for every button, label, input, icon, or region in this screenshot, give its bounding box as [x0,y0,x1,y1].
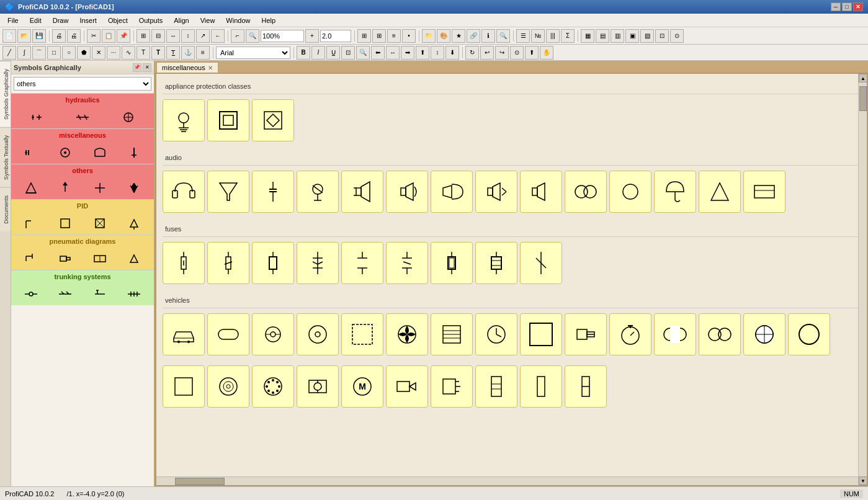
menu-object[interactable]: Object [103,16,133,25]
sym-fan-v[interactable] [386,313,428,355]
sym-circle-big-v[interactable] [297,313,339,355]
category-dropdown[interactable]: others [14,77,151,91]
tb-icon3[interactable]: ↔ [166,29,180,43]
sym-umbrella[interactable] [654,171,696,213]
trunking-sym1[interactable] [22,285,40,303]
sym-mic-cross[interactable] [297,171,339,213]
cut-button[interactable]: ✂ [87,29,101,43]
draw-cross[interactable]: ✕ [92,46,105,60]
tb-nodes[interactable]: • [402,29,416,43]
tb-row1[interactable]: ▦ [581,29,594,43]
draw-text[interactable]: T [136,46,150,60]
tb-star[interactable]: ★ [452,29,465,43]
others-sym3[interactable] [91,179,109,197]
hydraulics-sym3[interactable] [120,109,137,126]
sym-square-class[interactable] [207,99,249,141]
sym-clock-v[interactable] [475,313,517,355]
draw-arc[interactable]: ⌒ [32,46,46,60]
menu-insert[interactable]: Insert [74,16,102,25]
draw-align-t[interactable]: ⬆ [416,46,429,60]
sym-fuse3[interactable] [252,242,294,284]
sym-fuse8[interactable] [475,242,517,284]
paste-button[interactable]: 📌 [117,29,130,43]
pid-sym3[interactable] [91,215,109,232]
sym-piston-v[interactable] [565,313,607,355]
tb-row3[interactable]: ▥ [611,29,624,43]
others-sym4[interactable] [125,179,143,197]
horizontal-scrollbar[interactable] [156,476,858,485]
menu-draw[interactable]: Draw [48,16,74,25]
sym-two-circles-v[interactable] [654,313,696,355]
scroll-thumb-h[interactable] [175,478,225,485]
draw-hand[interactable]: ✋ [540,46,553,60]
others-sym1[interactable] [22,179,40,197]
sym-rect-lines-v[interactable] [431,313,473,355]
draw-wave[interactable]: ∿ [122,46,135,60]
menu-file[interactable]: File [2,16,24,25]
panel-pin-button[interactable]: 📌 [133,63,141,72]
sym-four-parts-v[interactable] [743,313,785,355]
draw-underline[interactable]: U̲ [326,46,340,60]
scroll-up[interactable]: ▲ [859,74,867,83]
sym-triangle-open[interactable] [699,171,741,213]
misc-sym2[interactable] [56,144,74,161]
menu-outputs[interactable]: Outputs [134,16,168,25]
sym-fuse4[interactable] [297,242,339,284]
draw-poly[interactable]: ⬟ [77,46,91,60]
draw-pointer[interactable]: ⬆ [525,46,539,60]
menu-edit[interactable]: Edit [25,16,47,25]
zoom-in[interactable]: + [305,29,319,43]
sym-fuse2[interactable] [207,242,249,284]
sym-circle-open[interactable] [609,171,651,213]
tb-numbered[interactable]: № [531,29,545,43]
draw-line[interactable]: ╱ [2,46,16,60]
vertical-scrollbar[interactable]: ▲ ▼ [858,74,867,485]
doc-tab-misc[interactable]: miscellaneous ✕ [156,62,218,73]
sym-circle-M-v[interactable]: M [341,365,383,408]
print-preview[interactable]: 🖨 [52,29,66,43]
draw-align-b[interactable]: ⬇ [445,46,459,60]
draw-circle2[interactable]: ⊙ [510,46,524,60]
draw-align-c[interactable]: ↔ [386,46,400,60]
panel-close-button[interactable]: ✕ [143,63,151,72]
sym-circle-outline-v[interactable] [788,313,830,355]
misc-sym4[interactable] [125,144,143,161]
sym-horn[interactable] [431,171,473,213]
tb-list[interactable]: ☰ [516,29,530,43]
zoom-combo[interactable]: 100% [261,30,304,42]
sym-speaker-arc[interactable] [386,171,428,213]
draw-dotted[interactable]: ··· [107,46,120,60]
tb-icon6[interactable]: ← [211,29,225,43]
sym-fuse7[interactable] [431,242,473,284]
sym-compass-v[interactable] [207,365,249,408]
tab-symbols-textually[interactable]: Symbols Textually [0,127,11,187]
misc-sym1[interactable] [22,144,40,161]
tb-icon1[interactable]: ⊞ [136,29,150,43]
cat-header-pid[interactable]: PID [11,200,154,212]
close-button[interactable]: ✕ [853,2,863,11]
sym-circle-dot-v[interactable] [252,313,294,355]
cat-header-trunking[interactable]: trunking systems [11,270,154,283]
pid-sym4[interactable] [125,215,143,232]
sym-dots-circle-v[interactable] [252,365,294,408]
sym-rect-narrow-v[interactable] [520,365,562,408]
tb-table[interactable]: ⊞ [372,29,386,43]
minimize-button[interactable]: ─ [831,2,841,11]
trunking-sym4[interactable] [125,285,143,303]
tb-info[interactable]: ℹ [481,29,495,43]
draw-rotate[interactable]: ↻ [465,46,479,60]
sym-speaker-arrow[interactable] [475,171,517,213]
draw-italic[interactable]: I [311,46,325,60]
draw-align-m[interactable]: ↕ [431,46,444,60]
tb-icon4[interactable]: ↕ [181,29,195,43]
menu-help[interactable]: Help [256,16,280,25]
tb-zoom-fit[interactable]: 🔍 [246,29,259,43]
sym-speaker[interactable] [520,171,562,213]
tb-grid[interactable]: ⊞ [357,29,371,43]
tb-palette[interactable]: 🎨 [437,29,450,43]
restore-button[interactable]: □ [842,2,852,11]
tb-row4[interactable]: ▣ [625,29,639,43]
sym-big-rect-v[interactable] [520,313,562,355]
sym-rect-rounded-v[interactable] [207,313,249,355]
others-sym2[interactable] [56,179,74,197]
